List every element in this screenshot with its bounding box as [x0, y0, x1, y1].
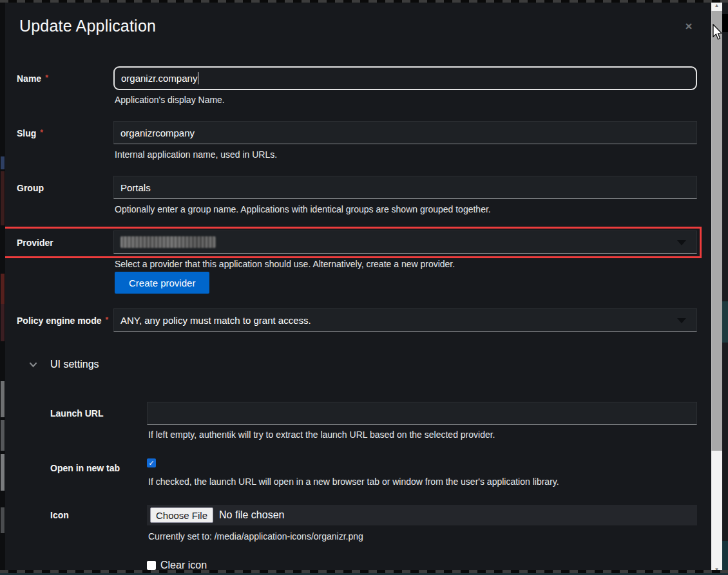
group-help: Optionally enter a group name. Applicati… — [115, 204, 491, 214]
background-page-strip — [0, 0, 5, 575]
chevron-down-icon — [677, 240, 686, 245]
provider-select[interactable] — [113, 231, 697, 254]
file-status-text: No file chosen — [219, 509, 284, 521]
open-in-new-tab-label: Open in new tab — [50, 463, 120, 473]
ui-settings-section-header[interactable]: UI settings — [50, 359, 99, 370]
launch-url-label: Launch URL — [50, 408, 103, 419]
slug-label: Slug* — [17, 128, 43, 138]
checkmark-icon: ✓ — [148, 460, 154, 467]
required-asterisk: * — [45, 73, 48, 82]
close-icon[interactable]: × — [682, 19, 696, 33]
slug-input[interactable]: organizrcompany — [113, 121, 697, 144]
redacted-provider-value — [120, 236, 216, 248]
open-in-new-tab-help: If checked, the launch URL will open in … — [148, 476, 559, 487]
page-title: Update Application — [19, 17, 156, 35]
policy-engine-mode-label: Policy engine mode* — [17, 316, 108, 326]
slug-help: Internal application name, used in URLs. — [115, 149, 277, 160]
provider-help: Select a provider that this application … — [115, 259, 455, 269]
edge-fragment — [722, 301, 728, 343]
name-label: Name* — [17, 73, 48, 84]
selection-dashed-border-bottom — [0, 570, 728, 573]
update-application-modal: Update Application × Name* organizr.comp… — [0, 0, 728, 575]
icon-help: Currently set to: /media/application-ico… — [148, 531, 363, 542]
launch-url-input[interactable] — [147, 402, 697, 425]
window-edge-strip — [722, 0, 728, 575]
edge-notch — [722, 14, 728, 32]
text-caret — [198, 72, 198, 84]
name-help: Application's display Name. — [115, 95, 225, 105]
name-input[interactable]: organizr.company — [113, 66, 697, 90]
policy-engine-mode-select[interactable]: ANY, any policy must match to grant acce… — [113, 308, 697, 332]
scrollbar-thumb[interactable] — [711, 11, 722, 451]
provider-label: Provider — [17, 238, 53, 248]
chevron-down-icon — [677, 318, 686, 323]
vertical-scrollbar[interactable]: ▲ ▼ — [711, 0, 722, 575]
clear-icon-checkbox[interactable] — [147, 561, 156, 570]
launch-url-help: If left empty, authentik will try to ext… — [148, 429, 495, 440]
selection-dashed-border-top — [0, 0, 728, 3]
group-input[interactable]: Portals — [113, 176, 697, 199]
open-in-new-tab-checkbox[interactable]: ✓ — [147, 458, 156, 467]
chevron-down-icon[interactable] — [29, 361, 37, 369]
required-asterisk: * — [40, 128, 43, 137]
icon-label: Icon — [50, 510, 69, 520]
group-label: Group — [17, 183, 44, 193]
required-asterisk: * — [105, 316, 108, 325]
choose-file-button[interactable]: Choose File — [150, 507, 213, 523]
create-provider-button[interactable]: Create provider — [115, 272, 209, 294]
icon-file-input[interactable]: Choose File No file chosen — [147, 505, 697, 525]
